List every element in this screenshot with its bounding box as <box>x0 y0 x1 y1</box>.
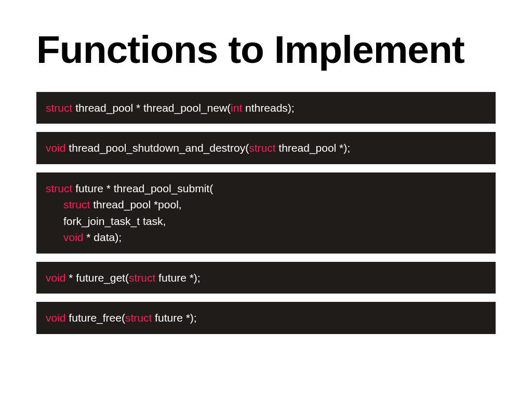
keyword-int: int <box>231 102 242 114</box>
code-line: struct thread_pool * thread_pool_new(int… <box>46 100 486 116</box>
slide-title: Functions to Implement <box>36 29 496 70</box>
keyword-struct: struct <box>129 272 155 284</box>
code-text: nthreads); <box>242 102 294 114</box>
keyword-void: void <box>46 312 66 324</box>
code-text: future * thread_pool_submit( <box>72 182 213 194</box>
code-text: * data); <box>84 231 122 243</box>
keyword-struct: struct <box>46 182 72 194</box>
code-text: fork_join_task_t task, <box>63 215 166 227</box>
slide: Functions to Implement struct thread_poo… <box>0 0 532 399</box>
keyword-struct: struct <box>63 198 90 210</box>
code-line: void future_free(struct future *); <box>46 310 486 326</box>
keyword-struct: struct <box>46 102 72 114</box>
code-text: future *); <box>152 312 196 324</box>
code-line: void * data); <box>46 229 486 246</box>
code-line: void * future_get(struct future *); <box>46 270 486 286</box>
code-text: thread_pool *); <box>275 142 350 154</box>
code-box-3: struct future * thread_pool_submit( stru… <box>36 172 496 254</box>
keyword-struct: struct <box>125 312 152 324</box>
code-text: * future_get( <box>66 272 129 284</box>
code-line: fork_join_task_t task, <box>46 213 486 230</box>
keyword-void: void <box>46 272 66 284</box>
code-text: thread_pool *pool, <box>90 198 181 210</box>
code-line: void thread_pool_shutdown_and_destroy(st… <box>46 140 486 156</box>
keyword-void: void <box>46 142 66 154</box>
code-text: thread_pool_shutdown_and_destroy( <box>66 142 249 154</box>
keyword-void: void <box>63 231 84 243</box>
code-text: future_free( <box>66 312 125 324</box>
keyword-struct: struct <box>249 142 275 154</box>
code-box-5: void future_free(struct future *); <box>36 302 496 334</box>
code-line: struct future * thread_pool_submit( <box>46 180 486 197</box>
code-box-4: void * future_get(struct future *); <box>36 262 496 294</box>
code-box-1: struct thread_pool * thread_pool_new(int… <box>36 92 496 124</box>
code-box-2: void thread_pool_shutdown_and_destroy(st… <box>36 132 496 164</box>
code-line: struct thread_pool *pool, <box>46 196 486 213</box>
code-text: thread_pool * thread_pool_new( <box>72 102 231 114</box>
code-text: future *); <box>155 272 200 284</box>
